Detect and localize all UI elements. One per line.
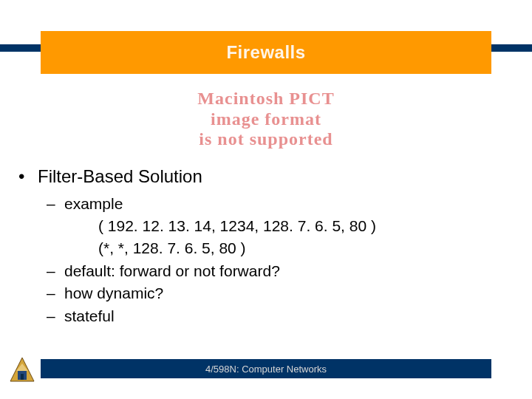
slide-title: Firewalls [226,42,305,63]
sub-bullet-text: example [64,194,123,214]
sub-bullet: – default: forward or not forward? [47,261,514,282]
sub-bullet: – stateful [47,306,514,327]
bullet-level-2-list: – example ( 192. 12. 13. 14, 1234, 128. … [47,194,514,327]
dash-marker: – [47,194,57,214]
sub-bullet-text: how dynamic? [64,283,163,304]
example-tuple: (*, *, 128. 7. 6. 5, 80 ) [98,238,514,259]
pict-unsupported-placeholder: Macintosh PICT image format is not suppo… [0,89,532,150]
university-seal-icon [7,355,37,384]
slide-body: • Filter-Based Solution – example ( 192.… [18,166,514,328]
dash-marker: – [47,261,57,282]
sub-bullet: – example [47,194,514,214]
bullet-text: Filter-Based Solution [38,166,202,188]
sub-bullet-text: stateful [64,306,115,327]
footer-bar: 4/598N: Computer Networks [41,359,491,378]
placeholder-line: image format [0,109,532,130]
header-accent-left [0,44,41,52]
dash-marker: – [47,283,57,304]
footer-text: 4/598N: Computer Networks [205,364,327,375]
svg-rect-3 [21,374,24,380]
placeholder-line: Macintosh PICT [0,89,532,109]
sub-bullet: – how dynamic? [47,283,514,304]
example-tuple: ( 192. 12. 13. 14, 1234, 128. 7. 6. 5, 8… [98,216,514,236]
slide-title-box: Firewalls [41,31,491,74]
sub-bullet-text: default: forward or not forward? [64,261,280,282]
placeholder-line: is not supported [0,129,532,150]
header-accent-right [491,44,532,52]
dash-marker: – [47,306,57,327]
bullet-level-1: • Filter-Based Solution [18,166,514,188]
bullet-marker: • [18,166,29,188]
